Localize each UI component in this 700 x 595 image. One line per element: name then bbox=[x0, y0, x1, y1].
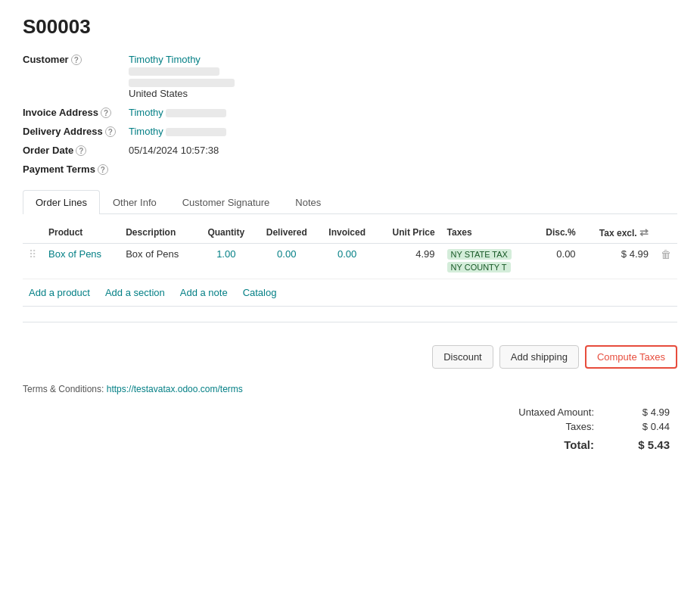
tab-notes[interactable]: Notes bbox=[282, 190, 334, 214]
add-shipping-button[interactable]: Add shipping bbox=[499, 345, 579, 369]
col-invoiced: Invoiced bbox=[318, 222, 376, 244]
taxes-row: Taxes: $ 0.44 bbox=[496, 421, 670, 432]
tax-badge-county: NY COUNTY T bbox=[447, 262, 511, 273]
col-quantity: Quantity bbox=[197, 222, 255, 244]
cell-unit-price[interactable]: 4.99 bbox=[376, 244, 440, 279]
tab-content-order-lines: Product Description Quantity Delivered I… bbox=[23, 222, 677, 307]
add-actions-bar: Add a product Add a section Add a note C… bbox=[23, 279, 677, 307]
cell-description[interactable]: Box of Pens bbox=[120, 244, 197, 279]
cell-disc-pct[interactable]: 0.00 bbox=[532, 244, 582, 279]
customer-country: United States bbox=[129, 88, 677, 99]
order-date-value: 05/14/2024 10:57:38 bbox=[129, 145, 677, 156]
bottom-section: Discount Add shipping Compute Taxes Term… bbox=[23, 345, 677, 451]
delivery-address-value[interactable]: Timothy bbox=[129, 126, 677, 137]
invoice-address-value[interactable]: Timothy bbox=[129, 107, 677, 118]
invoice-address-help-icon[interactable]: ? bbox=[101, 107, 111, 118]
compute-taxes-button[interactable]: Compute Taxes bbox=[585, 345, 677, 369]
cell-taxes[interactable]: NY STATE TAX NY COUNTY T bbox=[441, 244, 532, 279]
delivery-address-label: Delivery Address ? bbox=[23, 126, 129, 137]
order-date-label: Order Date ? bbox=[23, 145, 129, 156]
delivery-address-blurred bbox=[166, 128, 226, 136]
terms-label: Terms & Conditions: bbox=[23, 384, 104, 394]
totals-section: Untaxed Amount: $ 4.99 Taxes: $ 0.44 Tot… bbox=[23, 407, 677, 451]
customer-name[interactable]: Timothy Timothy bbox=[129, 54, 201, 65]
tabs-bar: Order Lines Other Info Customer Signatur… bbox=[23, 190, 677, 214]
col-disc-pct: Disc.% bbox=[532, 222, 582, 244]
add-product-link[interactable]: Add a product bbox=[29, 287, 90, 298]
column-settings-icon[interactable]: ⇄ bbox=[639, 226, 649, 238]
total-value: $ 5.43 bbox=[617, 438, 670, 451]
customer-address-line1 bbox=[129, 67, 219, 76]
taxes-value: $ 0.44 bbox=[617, 421, 670, 432]
tax-badge-state: NY STATE TAX bbox=[447, 249, 512, 260]
terms-link[interactable]: https://testavatax.odoo.com/terms bbox=[107, 384, 243, 394]
cell-invoiced[interactable]: 0.00 bbox=[318, 244, 376, 279]
order-date-help-icon[interactable]: ? bbox=[76, 145, 86, 156]
payment-terms-help-icon[interactable]: ? bbox=[98, 164, 108, 175]
tabs-container: Order Lines Other Info Customer Signatur… bbox=[23, 190, 677, 307]
tab-order-lines[interactable]: Order Lines bbox=[23, 190, 100, 214]
total-row: Total: $ 5.43 bbox=[496, 438, 670, 451]
delivery-address-help-icon[interactable]: ? bbox=[105, 126, 116, 137]
invoice-address-label: Invoice Address ? bbox=[23, 107, 129, 118]
add-note-link[interactable]: Add a note bbox=[180, 287, 228, 298]
page-title: S00003 bbox=[23, 15, 677, 39]
untaxed-label: Untaxed Amount: bbox=[496, 407, 594, 418]
discount-button[interactable]: Discount bbox=[432, 345, 493, 369]
section-divider bbox=[23, 322, 677, 322]
col-product: Product bbox=[42, 222, 120, 244]
catalog-link[interactable]: Catalog bbox=[243, 287, 277, 298]
table-row: ⠿ Box of Pens Box of Pens 1.00 0.00 0.00… bbox=[23, 244, 677, 279]
invoice-address-blurred bbox=[166, 109, 226, 117]
total-label: Total: bbox=[496, 438, 594, 451]
col-unit-price: Unit Price bbox=[376, 222, 440, 244]
col-taxes: Taxes bbox=[441, 222, 532, 244]
delete-row-icon[interactable]: 🗑 bbox=[661, 248, 671, 260]
drag-handle-icon[interactable]: ⠿ bbox=[29, 248, 36, 260]
untaxed-amount-row: Untaxed Amount: $ 4.99 bbox=[496, 407, 670, 418]
action-buttons-row: Discount Add shipping Compute Taxes bbox=[23, 345, 677, 369]
untaxed-value: $ 4.99 bbox=[617, 407, 670, 418]
cell-quantity[interactable]: 1.00 bbox=[197, 244, 255, 279]
customer-form: Customer ? Timothy Timothy United States… bbox=[23, 54, 677, 175]
col-delivered: Delivered bbox=[255, 222, 318, 244]
terms-row: Terms & Conditions: https://testavatax.o… bbox=[23, 384, 677, 394]
customer-help-icon[interactable]: ? bbox=[71, 55, 82, 65]
tab-customer-signature[interactable]: Customer Signature bbox=[170, 190, 283, 214]
add-section-link[interactable]: Add a section bbox=[105, 287, 165, 298]
cell-tax-excl: $ 4.99 bbox=[582, 244, 655, 279]
col-tax-excl: Tax excl. ⇄ bbox=[582, 222, 655, 244]
cell-delivered[interactable]: 0.00 bbox=[255, 244, 318, 279]
col-description: Description bbox=[120, 222, 197, 244]
taxes-label: Taxes: bbox=[496, 421, 594, 432]
payment-terms-label: Payment Terms ? bbox=[23, 164, 129, 175]
tab-other-info[interactable]: Other Info bbox=[100, 190, 170, 214]
customer-label: Customer ? bbox=[23, 54, 129, 65]
cell-product[interactable]: Box of Pens bbox=[42, 244, 120, 279]
order-lines-table: Product Description Quantity Delivered I… bbox=[23, 222, 677, 279]
customer-value: Timothy Timothy United States bbox=[129, 54, 677, 99]
customer-address-line2 bbox=[129, 79, 235, 87]
